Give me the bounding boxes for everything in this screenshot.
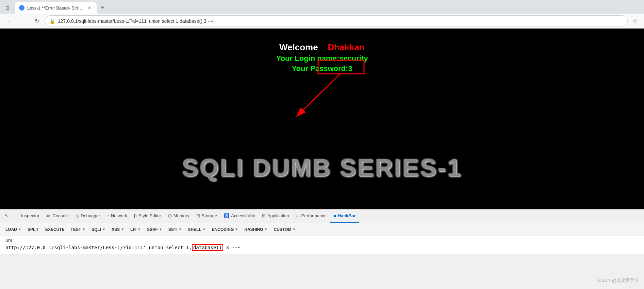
sqli-dropdown-arrow: ▼ [102, 227, 105, 231]
bookmark-button[interactable]: ☆ [630, 16, 640, 26]
tab-history-btn[interactable]: ⊟ [3, 3, 12, 13]
storage-icon: ⊞ [196, 213, 200, 218]
url-highlight: database() [192, 244, 223, 251]
active-tab[interactable]: Less-1 **Error Based- String** ✕ [15, 2, 97, 14]
encoding-dropdown-arrow: ▼ [235, 227, 238, 231]
inspector-label: Inspector [21, 213, 39, 218]
network-icon: ↕ [107, 213, 109, 218]
devtools-tab-console[interactable]: ≫ Console [43, 209, 72, 223]
security-icon: 🔒 [49, 18, 55, 24]
performance-label: Performance [301, 213, 327, 218]
ssrf-button[interactable]: SSRF ▼ [144, 226, 165, 233]
debugger-icon: ◇ [76, 213, 79, 218]
encoding-button[interactable]: ENCODING ▼ [209, 226, 241, 233]
refresh-icon: ↻ [35, 18, 39, 24]
execute-button[interactable]: EXECUTE [43, 226, 67, 233]
xss-dropdown-arrow: ▼ [121, 227, 124, 231]
new-tab-button[interactable]: + [98, 3, 108, 13]
devtools-tab-inspector[interactable]: ⬚ Inspector [12, 209, 43, 223]
devtools-tab-memory[interactable]: ⬡ Memory [165, 209, 193, 223]
devtools-tab-hackbar[interactable]: ■ HackBar [330, 209, 359, 223]
hackbar-icon: ■ [333, 213, 336, 218]
back-button[interactable]: ← [4, 16, 15, 27]
application-icon: ⊞ [262, 213, 266, 218]
shell-dropdown-arrow: ▼ [202, 227, 206, 231]
login-name-text: Your Login name:security [0, 54, 644, 63]
load-dropdown-arrow: ▼ [18, 227, 21, 231]
url-label: URL [5, 239, 639, 243]
test-dropdown-arrow: ▼ [82, 227, 85, 231]
style-editor-label: Style Editor [138, 213, 161, 218]
forward-button[interactable]: → [18, 16, 29, 27]
load-button[interactable]: LOAD ▼ [3, 226, 24, 233]
tab-title: Less-1 **Error Based- String** [27, 5, 84, 11]
devtools-tab-storage[interactable]: ⊞ Storage [193, 209, 221, 223]
inspector-icon: ⬚ [15, 213, 19, 218]
sqli-button[interactable]: SQLI ▼ [89, 226, 108, 233]
network-label: Network [111, 213, 127, 218]
password-text: Your Password:3 [0, 64, 644, 73]
shell-button[interactable]: SHELL ▼ [185, 226, 208, 233]
tab-favicon [19, 5, 24, 11]
accessibility-icon: ♿ [224, 213, 229, 218]
lfi-button[interactable]: LFI ▼ [128, 226, 144, 233]
page-content: Welcome Dhakkan Your Login name:security… [0, 29, 644, 209]
console-label: Console [52, 213, 69, 218]
bookmark-icon: ☆ [633, 18, 638, 24]
performance-icon: ◌ [296, 213, 300, 218]
devtools-tab-network[interactable]: ↕ Network [103, 209, 130, 223]
hashing-button[interactable]: HASHING ▼ [242, 226, 270, 233]
hackbar-label: HackBar [338, 213, 356, 218]
lfi-dropdown-arrow: ▼ [137, 227, 141, 231]
sqli-title: SQLI DUMB SERIES-1 [182, 154, 462, 182]
url-section: URL http://127.0.0.1/sqli-labs-master/Le… [0, 236, 644, 254]
custom-dropdown-arrow: ▼ [292, 227, 296, 231]
devtools-tab-accessibility[interactable]: ♿ Accessibility [220, 209, 259, 223]
url-prefix: http://127.0.0.1/sqli-labs-master/Less-1… [5, 245, 192, 250]
ssti-button[interactable]: SSTI ▼ [166, 226, 185, 233]
accessibility-label: Accessibility [231, 213, 255, 218]
tab-history-buttons: ⊟ [3, 3, 12, 13]
memory-label: Memory [174, 213, 189, 218]
console-icon: ≫ [46, 213, 51, 218]
url-value: http://127.0.0.1/sqli-labs-master/Less-1… [5, 244, 639, 251]
url-suffix: 3 --+ [223, 245, 241, 250]
split-button[interactable]: SPLIT [25, 226, 42, 233]
devtools-panel: ↖ ⬚ Inspector ≫ Console ◇ Debugger ↕ Net… [0, 209, 644, 254]
test-button[interactable]: TEST ▼ [68, 226, 88, 233]
devtools-tab-debugger[interactable]: ◇ Debugger [72, 209, 103, 223]
back-icon: ← [7, 18, 12, 24]
hashing-dropdown-arrow: ▼ [264, 227, 268, 231]
browser-chrome: ⊟ Less-1 **Error Based- String** ✕ + ← →… [0, 0, 644, 29]
devtools-tab-application[interactable]: ⊞ Application [259, 209, 293, 223]
csdn-watermark: CSDN @老攻爱学习 [598, 277, 639, 284]
custom-button[interactable]: CUSTOM ▼ [271, 226, 299, 233]
dhakkan-text: Dhakkan [328, 42, 365, 52]
forward-icon: → [20, 18, 26, 24]
welcome-line1: Welcome Dhakkan [0, 42, 644, 53]
devtools-tab-pointer[interactable]: ↖ [1, 209, 12, 223]
storage-label: Storage [202, 213, 217, 218]
refresh-button[interactable]: ↻ [31, 16, 42, 27]
svg-line-1 [296, 74, 340, 117]
tab-bar: ⊟ Less-1 **Error Based- String** ✕ + [0, 0, 644, 14]
tab-close-button[interactable]: ✕ [86, 5, 93, 11]
address-input[interactable] [58, 18, 623, 24]
application-label: Application [267, 213, 289, 218]
debugger-label: Debugger [81, 213, 100, 218]
memory-icon: ⬡ [168, 213, 172, 218]
style-editor-icon: {} [134, 213, 137, 218]
welcome-section: Welcome Dhakkan Your Login name:security… [0, 42, 644, 73]
xss-button[interactable]: XSS ▼ [109, 226, 127, 233]
hackbar-toolbar: LOAD ▼ SPLIT EXECUTE TEST ▼ SQLI ▼ XSS ▼… [0, 223, 644, 236]
devtools-tab-performance[interactable]: ◌ Performance [293, 209, 330, 223]
devtools-tab-style-editor[interactable]: {} Style Editor [130, 209, 164, 223]
ssti-dropdown-arrow: ▼ [179, 227, 182, 231]
nav-bar: ← → ↻ 🔒 ☆ [0, 14, 644, 29]
ssrf-dropdown-arrow: ▼ [159, 227, 162, 231]
welcome-text: Welcome [279, 42, 318, 52]
pointer-icon: ↖ [5, 213, 9, 218]
address-bar-container: 🔒 [45, 15, 628, 27]
devtools-tabs: ↖ ⬚ Inspector ≫ Console ◇ Debugger ↕ Net… [0, 209, 644, 223]
